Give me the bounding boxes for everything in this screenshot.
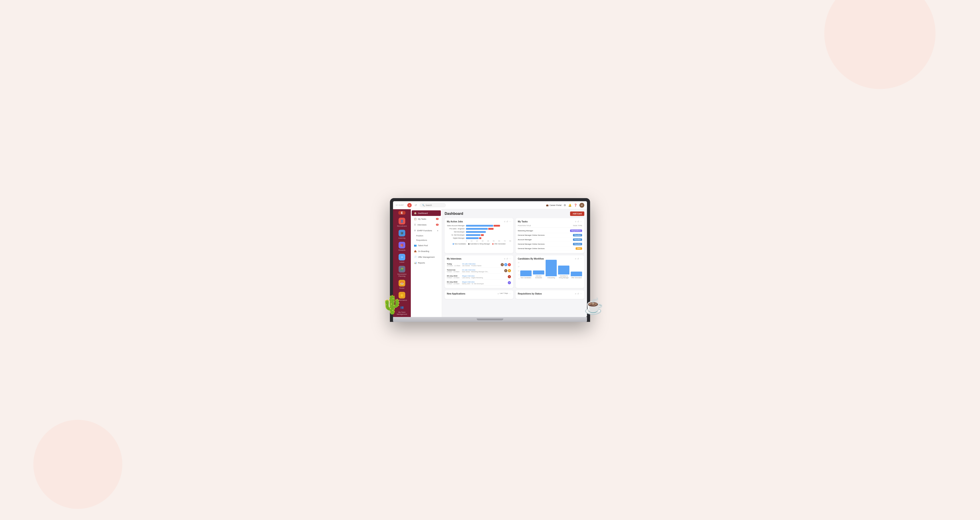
nav-offer-mgmt[interactable]: 📄 Offer Management: [412, 254, 441, 260]
nav-requisitions-label: Requisitions: [416, 239, 427, 241]
nav-tasks-label: My Tasks: [418, 218, 426, 220]
user-avatar[interactable]: U: [579, 203, 584, 208]
notifications-icon[interactable]: 🔔: [568, 204, 572, 207]
career-portal-label: Career Portal: [549, 204, 562, 206]
req-actions[interactable]: ≡ ↺ ⋯: [575, 292, 582, 295]
bg-decoration-1: [824, 0, 935, 89]
interviews-rows: Today10:15am - 11:00amOn-site InterviewJ…: [447, 262, 511, 286]
bg-decoration-2: [33, 420, 123, 509]
job-bar-row: Sr. Net Developer: [447, 234, 511, 236]
workflow-bar-column: Onboarding: [546, 260, 557, 279]
talent-nav-icon: 👥: [414, 244, 417, 247]
sidebar-item-rewards[interactable]: 🎁 Rewards: [393, 241, 411, 252]
workflow-yaxis: 30 15 10 5 0: [518, 262, 520, 279]
workflow-actions[interactable]: ≡ ↺ ⋯: [575, 258, 582, 260]
help-icon[interactable]: ❓: [574, 204, 577, 207]
nav-my-tasks[interactable]: 📋 My Tasks 5: [412, 216, 441, 222]
refresh-icon-req: ↺: [577, 292, 579, 295]
add-card-button[interactable]: Add Card: [570, 212, 584, 216]
refresh-icon-int: ↺: [506, 258, 508, 260]
sidebar-item-leave[interactable]: ✈ Leave: [393, 252, 411, 265]
sidebar-label-rewards: Rewards: [398, 249, 406, 251]
refresh-icon-wf: ↺: [577, 258, 579, 260]
nav-dashboard[interactable]: 🏠 Dashboard: [412, 211, 441, 216]
nav-position[interactable]: Position: [414, 233, 442, 238]
career-portal-button[interactable]: 💼 Career Portal: [546, 204, 562, 206]
my-tasks-title: My Tasks: [518, 220, 528, 223]
interviews-badge: 6: [436, 224, 439, 226]
sidebar-label-leave: Leave: [399, 261, 404, 263]
main-area: E 👤 Recruitment 🎓 Learning 🎁 Rewards: [393, 209, 587, 317]
my-interviews-card: My Interviews ≡ ↺ ⋯ Today10:15am - 11:00…: [445, 255, 513, 288]
topbar-actions: + ↺ 🔍: [407, 203, 446, 207]
my-interviews-actions[interactable]: ≡ ↺ ⋯: [504, 258, 511, 260]
leave-icon: ✈: [399, 254, 405, 260]
job-bar-row: Digital Manager: [447, 237, 511, 239]
active-jobs-header: My Active Jobs ≡ ↺ ⋯: [447, 220, 511, 223]
sidebar-label-roster: Roster: [399, 287, 404, 289]
workflow-bar-column: Interview Scheduled: [533, 270, 544, 279]
add-button[interactable]: +: [407, 203, 412, 207]
active-jobs-actions[interactable]: ≡ ↺ ⋯: [504, 220, 511, 223]
settings-icon[interactable]: ⚙: [564, 204, 566, 207]
my-tasks-actions[interactable]: ≡ ↺ ⋯: [575, 220, 582, 223]
list-item: 05 July 20199:30am - 10:00amSkype Interv…: [447, 274, 511, 280]
recruitment-icon: 👤: [399, 218, 405, 224]
legend-label-new: New Candidates: [455, 243, 466, 245]
workflow-bar-column: Submitted to Hiring Manager: [558, 266, 570, 279]
dashboard-nav-icon: 🏠: [414, 212, 417, 214]
sidebar-item-performance[interactable]: ⭐ Performance: [393, 290, 411, 303]
dashboard-header: Dashboard Add Card: [445, 212, 584, 216]
requisitions-status-card: Requisitions by Status ≡ ↺ ⋯: [515, 290, 584, 299]
nav-ehrp-functions[interactable]: ⚙ EHRP Functions ▲: [412, 228, 441, 233]
new-applications-title: New Applications: [447, 292, 465, 295]
nav-ehrp-label: EHRP Functions: [417, 230, 432, 232]
candidates-workflow-card: Candidates By Workflow ≡ ↺ ⋯: [515, 255, 584, 288]
laptop-wrapper: 🌵 ☕ MY EHRP + ↺ 🔍: [390, 198, 590, 322]
legend-dot-dark: [468, 243, 469, 245]
sidebar-item-team[interactable]: 👥 My Team Management: [393, 303, 411, 317]
menu-icon-wf: ≡: [575, 258, 576, 260]
workflow-bars: New CandidatesInterview ScheduledOnboard…: [520, 262, 582, 279]
search-input[interactable]: [425, 204, 443, 206]
sidebar-item-roster[interactable]: 📅 Roster: [393, 279, 411, 290]
more-icon-int: ⋯: [509, 258, 511, 260]
succession-icon: 🧩: [399, 266, 405, 273]
nav-requisitions[interactable]: Requisitions: [414, 238, 442, 242]
table-row: General Manager Online ServicesPanellist: [518, 242, 582, 246]
table-row: Marketing ManagerRequisitions: [518, 229, 582, 233]
dashboard-grid: My Active Jobs ≡ ↺ ⋯ Sales Account Manag…: [445, 218, 584, 299]
nav-talent-pool[interactable]: 👥 Talent Pool: [412, 242, 441, 248]
nav-interviews-label: Interviews: [417, 224, 426, 226]
history-button[interactable]: ↺: [414, 203, 418, 207]
sidebar-item-succession[interactable]: 🧩 Succession Planning: [393, 265, 411, 279]
job-bar-row: Pre-sales - Engineer: [447, 228, 511, 230]
nav-reports[interactable]: 📊 Reports: [412, 260, 441, 266]
table-row: General Manager Online ServicesPanellist: [518, 233, 582, 238]
roster-icon: 📅: [399, 280, 405, 287]
refresh-icon-tasks: ↺: [577, 220, 579, 223]
nav-interviews[interactable]: 🗓 Interviews 6: [412, 222, 441, 228]
workflow-chart-container: 30 15 10 5 0 New CandidatesInterview Sch…: [518, 262, 582, 279]
menu-icon: ≡: [504, 220, 505, 223]
new-applications-card: New Applications ≡ Last 7 Days ⋯: [445, 290, 513, 299]
workflow-bar-column: New Candidates: [520, 270, 531, 279]
avatar: A: [508, 281, 511, 284]
dashboard-title: Dashboard: [445, 212, 463, 216]
new-apps-actions[interactable]: ≡ Last 7 Days ⋯: [498, 292, 511, 295]
jobs-chart: Sales Account ManagerPre-sales - Enginee…: [447, 225, 511, 239]
ehrp-children: Position Requisitions: [411, 233, 442, 242]
app-container: MY EHRP + ↺ 🔍 💼 Career Portal: [393, 201, 587, 317]
search-bar[interactable]: 🔍: [420, 203, 446, 207]
avatar: A: [504, 269, 508, 273]
menu-icon-tasks: ≡: [575, 220, 576, 223]
interviews-nav-icon: 🗓: [414, 223, 416, 226]
nav-onboarding-label: On Boarding: [418, 250, 429, 252]
nav-dashboard-label: Dashboard: [418, 212, 428, 214]
candidates-workflow-title: Candidates By Workflow: [518, 258, 544, 260]
sidebar-item-learning[interactable]: 🎓 Learning: [393, 228, 411, 241]
sidebar-label-performance: Performance: [397, 299, 407, 301]
sidebar-item-recruitment[interactable]: 👤 Recruitment: [393, 216, 411, 228]
legend-label-submitted: Submitted to Hiring Manager: [470, 243, 490, 245]
nav-on-boarding[interactable]: 📤 On Boarding: [412, 249, 441, 254]
